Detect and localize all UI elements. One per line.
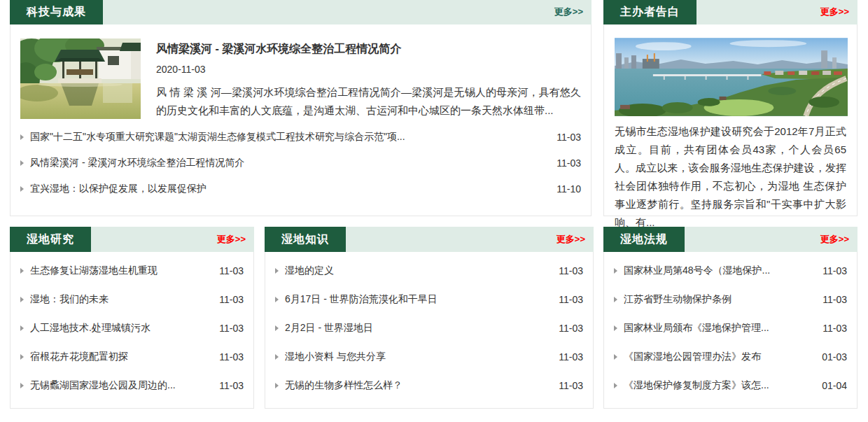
featured-text-block: 风情梁溪河 - 梁溪河水环境综全整治工程情况简介 2020-11-03 风 情 … [156, 38, 581, 120]
featured-garden-photo[interactable] [20, 38, 141, 119]
news-row[interactable]: 无锡蠡湖国家湿地公园及周边的... 11-03 [20, 371, 244, 400]
organizer-body: 无锡市生态湿地保护建设研究会于2012年7月正式成立。目前，共有团体会员43家，… [604, 24, 857, 232]
bullet-arrow-icon [20, 354, 24, 360]
more-link-organizer[interactable]: 更多>> [820, 6, 849, 18]
news-date: 11-03 [219, 294, 244, 305]
news-row[interactable]: 6月17日 - 世界防治荒漠化和干旱日 11-03 [275, 285, 583, 314]
news-row[interactable]: 湿地的定义 11-03 [275, 256, 583, 285]
news-title: 国家林业局第48号令（湿地保护... [624, 265, 814, 277]
panel-wetland-regulations: 湿地法规 更多>> 国家林业局第48号令（湿地保护... 11-03 江苏省野生… [603, 227, 858, 409]
news-row[interactable]: 江苏省野生动物保护条例 11-03 [614, 285, 847, 314]
news-row[interactable]: 《湿地保护修复制度方案》该怎... 01-04 [614, 371, 847, 400]
news-title: 江苏省野生动物保护条例 [624, 293, 814, 306]
bullet-arrow-icon [614, 268, 617, 274]
panel-title-research: 湿地研究 [10, 227, 91, 252]
bullet-arrow-icon [20, 297, 24, 302]
more-link-research[interactable]: 更多>> [217, 233, 246, 246]
panel-wetland-knowledge: 湿地知识 更多>> 湿地的定义 11-03 6月17日 - 世界防治荒漠化和干旱… [265, 227, 594, 409]
bullet-arrow-icon [20, 325, 24, 331]
news-date: 11-03 [556, 157, 581, 169]
garden-pavilion-illustration [20, 38, 141, 119]
news-date: 11-03 [559, 265, 583, 276]
news-title: 无锡的生物多样性怎么样？ [285, 379, 550, 392]
tech-news-list: 国家"十二五"水专项重大研究课题"太湖贡湖生态修复模式工程技术研究与综合示范"项… [10, 120, 591, 202]
news-date: 11-10 [556, 183, 581, 195]
panel-header: 科技与成果 更多>> [10, 0, 592, 24]
bullet-arrow-icon [614, 325, 617, 331]
news-date: 11-03 [219, 323, 244, 334]
bullet-arrow-icon [20, 383, 24, 388]
news-date: 11-03 [219, 380, 244, 391]
news-title: 《湿地保护修复制度方案》该怎... [624, 379, 813, 392]
news-date: 11-03 [219, 351, 244, 363]
news-row[interactable]: 宜兴湿地：以保护促发展，以发展促保护 11-10 [20, 176, 581, 202]
knowledge-news-list: 湿地的定义 11-03 6月17日 - 世界防治荒漠化和干旱日 11-03 2月… [265, 252, 593, 400]
news-title: 《国家湿地公园管理办法》发布 [624, 351, 813, 363]
bullet-arrow-icon [275, 325, 279, 331]
more-link-regulations[interactable]: 更多>> [820, 233, 849, 246]
panel-title-regulations: 湿地法规 [603, 227, 685, 252]
news-row[interactable]: 国家林业局颁布《湿地保护管理... 11-03 [614, 314, 847, 342]
bullet-arrow-icon [614, 297, 617, 302]
news-title: 国家"十二五"水专项重大研究课题"太湖贡湖生态修复模式工程技术研究与综合示范"项… [30, 131, 548, 143]
research-news-list: 生态修复让湖荡湿地生机重现 11-03 湿地：我们的未来 11-03 人工湿地技… [10, 252, 253, 400]
more-link-knowledge[interactable]: 更多>> [556, 233, 585, 246]
news-title: 宜兴湿地：以保护促发展，以发展促保护 [30, 183, 548, 195]
lake-aerial-illustration [615, 38, 848, 116]
more-link-tech[interactable]: 更多>> [554, 6, 583, 18]
news-row[interactable]: 湿地小资料 与您共分享 11-03 [275, 342, 583, 371]
news-date: 11-03 [559, 351, 583, 363]
panel-header: 湿地知识 更多>> [265, 227, 594, 252]
news-date: 11-03 [822, 265, 847, 276]
bullet-arrow-icon [20, 134, 24, 140]
news-title: 湿地小资料 与您共分享 [285, 351, 550, 363]
news-title: 国家林业局颁布《湿地保护管理... [624, 322, 814, 335]
bullet-arrow-icon [275, 268, 279, 274]
panel-title-knowledge: 湿地知识 [265, 227, 346, 252]
bullet-arrow-icon [614, 354, 617, 360]
news-date: 11-03 [822, 294, 847, 305]
news-title: 生态修复让湖荡湿地生机重现 [30, 265, 211, 277]
organizer-description: 无锡市生态湿地保护建设研究会于2012年7月正式成立。目前，共有团体会员43家，… [615, 122, 846, 232]
panel-header: 主办者告白 更多>> [603, 0, 858, 24]
news-title: 宿根花卉花境配置初探 [30, 351, 211, 363]
news-row[interactable]: 生态修复让湖荡湿地生机重现 11-03 [20, 256, 244, 285]
featured-summary: 风 情 梁 溪 河—梁溪河水环境综合整治工程情况简介—梁溪河是无锡人的母亲河，具… [156, 83, 581, 120]
news-row[interactable]: 宿根花卉花境配置初探 11-03 [20, 342, 244, 371]
featured-article: 风情梁溪河 - 梁溪河水环境综全整治工程情况简介 2020-11-03 风 情 … [10, 24, 591, 120]
news-title: 无锡蠡湖国家湿地公园及周边的... [30, 379, 211, 392]
panel-wetland-research: 湿地研究 更多>> 生态修复让湖荡湿地生机重现 11-03 湿地：我们的未来 1… [10, 227, 254, 409]
panel-tech-achievements: 科技与成果 更多>> [10, 0, 592, 216]
bullet-arrow-icon [275, 297, 279, 302]
panel-header: 湿地研究 更多>> [10, 227, 254, 252]
news-title: 人工湿地技术.处理城镇污水 [30, 322, 211, 335]
bullet-arrow-icon [275, 383, 279, 388]
panel-header: 湿地法规 更多>> [603, 227, 858, 252]
featured-title[interactable]: 风情梁溪河 - 梁溪河水环境综全整治工程情况简介 [156, 42, 581, 57]
news-row[interactable]: 国家林业局第48号令（湿地保护... 11-03 [614, 256, 847, 285]
wetland-portal-page: 科技与成果 更多>> [0, 0, 868, 422]
regulations-news-list: 国家林业局第48号令（湿地保护... 11-03 江苏省野生动物保护条例 11-… [604, 252, 857, 400]
bullet-arrow-icon [614, 383, 617, 388]
news-row[interactable]: 无锡的生物多样性怎么样？ 11-03 [275, 371, 583, 400]
bullet-arrow-icon [20, 268, 24, 274]
news-row[interactable]: 2月2日 - 世界湿地日 11-03 [275, 314, 583, 342]
news-date: 01-03 [822, 351, 847, 363]
bullet-arrow-icon [20, 160, 24, 166]
news-row[interactable]: 风情梁溪河 - 梁溪河水环境综全整治工程情况简介 11-03 [20, 150, 581, 176]
news-date: 01-04 [822, 380, 847, 391]
panel-organizer-statement: 主办者告白 更多>> [603, 0, 858, 216]
news-date: 11-03 [559, 294, 583, 305]
news-row[interactable]: 人工湿地技术.处理城镇污水 11-03 [20, 314, 244, 342]
organizer-lake-photo[interactable] [615, 38, 848, 116]
news-row[interactable]: 国家"十二五"水专项重大研究课题"太湖贡湖生态修复模式工程技术研究与综合示范"项… [20, 124, 581, 150]
news-row[interactable]: 湿地：我们的未来 11-03 [20, 285, 244, 314]
featured-date: 2020-11-03 [156, 64, 581, 75]
news-title: 风情梁溪河 - 梁溪河水环境综全整治工程情况简介 [30, 157, 548, 169]
news-date: 11-03 [822, 323, 847, 334]
news-row[interactable]: 《国家湿地公园管理办法》发布 01-03 [614, 342, 847, 371]
bullet-arrow-icon [275, 354, 279, 360]
news-title: 6月17日 - 世界防治荒漠化和干旱日 [285, 293, 550, 306]
news-date: 11-03 [559, 323, 583, 334]
news-date: 11-03 [559, 380, 583, 391]
